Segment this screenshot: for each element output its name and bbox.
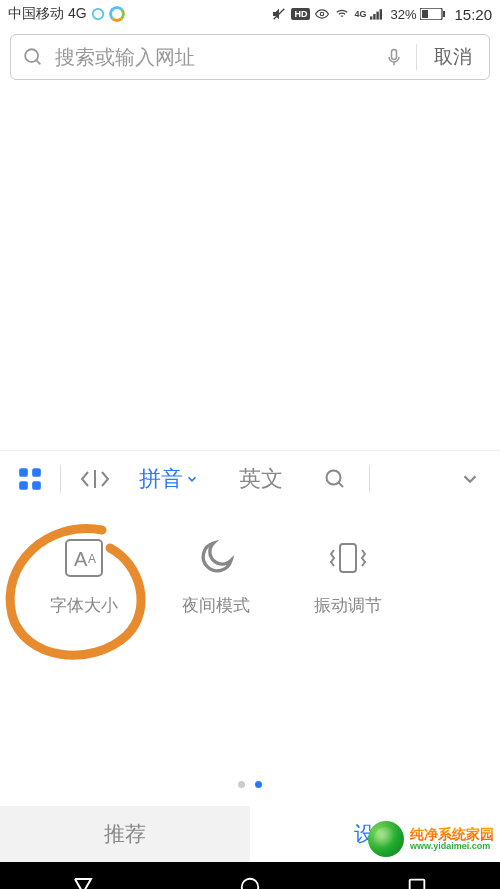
watermark: 纯净系统家园 www.yidaimei.com <box>368 821 494 857</box>
moon-icon <box>194 536 238 580</box>
svg-point-19 <box>327 470 341 484</box>
setting-night-mode[interactable]: 夜间模式 <box>168 536 264 617</box>
search-icon <box>11 46 55 68</box>
svg-rect-4 <box>374 14 376 20</box>
english-label: 英文 <box>239 464 283 494</box>
watermark-title: 纯净系统家园 <box>410 827 494 842</box>
status-bar: 中国移动 4G HD 4G 32% 15:20 <box>0 0 500 28</box>
clock: 15:20 <box>454 6 492 23</box>
svg-line-20 <box>339 482 344 487</box>
svg-rect-14 <box>19 468 28 477</box>
search-area: 搜索或输入网址 取消 <box>0 28 500 90</box>
vibration-icon <box>326 536 370 580</box>
search-input[interactable]: 搜索或输入网址 <box>55 44 372 71</box>
dot <box>238 781 245 788</box>
svg-text:A: A <box>74 548 88 570</box>
nav-home[interactable] <box>210 876 290 889</box>
android-navbar <box>0 862 500 889</box>
svg-rect-12 <box>392 50 397 60</box>
watermark-url: www.yidaimei.com <box>410 842 490 851</box>
svg-point-0 <box>92 9 103 20</box>
assistant-icon <box>91 7 105 21</box>
ime-cursor-button[interactable] <box>67 451 123 506</box>
font-size-icon: AA <box>62 536 106 580</box>
watermark-logo-icon <box>368 821 404 857</box>
svg-point-2 <box>321 12 325 16</box>
ime-toolbar: 拼音 英文 <box>0 450 500 506</box>
ime-mode-english[interactable]: 英文 <box>215 451 307 506</box>
page-content <box>0 90 500 450</box>
svg-rect-16 <box>19 481 28 490</box>
cancel-button[interactable]: 取消 <box>417 44 489 70</box>
search-bar[interactable]: 搜索或输入网址 取消 <box>10 34 490 80</box>
setting-font-size[interactable]: AA 字体大小 <box>36 536 132 617</box>
status-right: HD 4G 32% 15:20 <box>271 6 492 23</box>
svg-rect-3 <box>370 16 372 19</box>
carrier-label: 中国移动 4G <box>8 5 87 23</box>
chevron-down-icon <box>185 472 199 486</box>
ime-apps-button[interactable] <box>6 451 54 506</box>
ime-collapse-button[interactable] <box>446 451 494 506</box>
divider <box>369 465 370 493</box>
mute-icon <box>271 6 287 22</box>
battery-percent: 32% <box>390 7 416 22</box>
hd-icon: HD <box>291 8 310 20</box>
setting-label: 振动调节 <box>314 594 382 617</box>
battery-icon <box>420 8 446 20</box>
svg-line-11 <box>36 60 40 64</box>
signal-icon <box>370 7 386 21</box>
dot-active <box>255 781 262 788</box>
svg-rect-26 <box>409 880 424 889</box>
svg-text:A: A <box>88 552 96 566</box>
setting-label: 夜间模式 <box>182 594 250 617</box>
status-left: 中国移动 4G <box>8 5 125 23</box>
page-indicator <box>0 781 500 788</box>
svg-rect-9 <box>443 11 445 17</box>
setting-vibration[interactable]: 振动调节 <box>300 536 396 617</box>
svg-rect-24 <box>340 544 356 572</box>
ime-search-button[interactable] <box>307 451 363 506</box>
svg-rect-17 <box>32 481 41 490</box>
swirl-icon <box>109 6 125 22</box>
tab-recommend[interactable]: 推荐 <box>0 806 250 862</box>
ime-mode-pinyin[interactable]: 拼音 <box>123 451 215 506</box>
nav-back[interactable] <box>43 875 123 889</box>
svg-rect-5 <box>377 12 379 20</box>
net-badge: 4G <box>354 9 366 19</box>
divider <box>60 465 61 493</box>
svg-point-25 <box>242 879 259 889</box>
svg-point-10 <box>25 49 38 62</box>
ime-settings-panel: AA 字体大小 夜间模式 振动调节 <box>0 506 500 806</box>
svg-rect-6 <box>380 9 382 19</box>
nav-recent[interactable] <box>377 876 457 889</box>
wifi-icon <box>334 7 350 21</box>
svg-rect-15 <box>32 468 41 477</box>
setting-label: 字体大小 <box>50 594 118 617</box>
pinyin-label: 拼音 <box>139 464 183 494</box>
svg-rect-8 <box>422 10 428 18</box>
mic-icon[interactable] <box>372 45 416 69</box>
eye-icon <box>314 7 330 21</box>
